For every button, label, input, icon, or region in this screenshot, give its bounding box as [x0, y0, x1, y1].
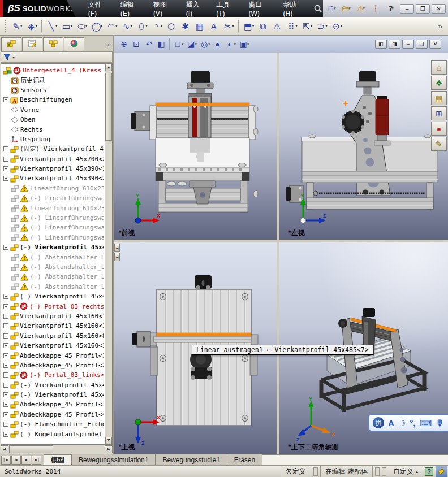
document-tab[interactable]: Bewegungsstudie1 — [156, 454, 227, 465]
menu-item[interactable]: 帮助(H) — [277, 0, 311, 17]
ime-punctuation-icon[interactable]: °, — [410, 419, 415, 427]
splitter-collapse-button[interactable]: ◀ — [114, 244, 120, 252]
search-icon[interactable] — [313, 0, 323, 17]
maximize-button[interactable]: ❐ — [416, 4, 430, 14]
dropdown-arrow[interactable]: ▾ — [36, 24, 38, 28]
expand-toggle[interactable]: + — [3, 392, 8, 397]
move-entities-icon[interactable]: ⇱▾ — [300, 20, 314, 33]
expand-toggle[interactable]: + — [3, 383, 8, 388]
linear-pattern-icon[interactable]: ⠿▾ — [285, 20, 299, 33]
close-button[interactable]: ✕ — [432, 4, 446, 14]
tree-item[interactable]: !(-) Abstandshalter_Li — [2, 272, 104, 281]
tree-item[interactable]: Ursprung — [2, 135, 104, 144]
tree-item[interactable]: !Linearführung 610x23 — [2, 203, 104, 213]
ime-keyboard-icon[interactable]: ⌨ — [419, 419, 432, 427]
tree-item[interactable]: Untergestell_4 (Kress 1 — [2, 66, 104, 75]
mirror-entities-icon[interactable]: ⧉ — [256, 20, 269, 33]
tab-scroll-button[interactable]: |◄ — [1, 456, 11, 465]
tree-filter-bar[interactable]: ▾ — [1, 51, 113, 63]
tree-horizontal-scrollbar[interactable]: ◀ ▶ — [1, 445, 113, 453]
expand-toggle[interactable]: + — [3, 333, 8, 339]
status-custom-menu[interactable]: 自定义▴ — [389, 466, 423, 477]
tree-item[interactable]: +(-) Kugelumlaufspindel — [2, 429, 104, 439]
ime-mode-icon[interactable]: A — [388, 419, 394, 427]
tab-scroll-button[interactable]: ►| — [32, 456, 41, 465]
appearances-icon[interactable]: ● — [431, 122, 447, 136]
corner-rectangle-icon[interactable]: ▭▾ — [60, 20, 74, 33]
sketch-text-icon[interactable]: A — [207, 20, 220, 33]
tree-item[interactable]: !(-) Linearführungswag — [2, 233, 104, 242]
menu-item[interactable]: 文件(F) — [83, 0, 115, 17]
tree-item[interactable]: +Abdeckkappe_45 Profil<3 — [2, 400, 104, 409]
expand-toggle[interactable]: + — [3, 353, 8, 358]
expand-toggle[interactable]: + — [3, 372, 8, 378]
menu-item[interactable]: 编辑(E) — [115, 0, 148, 17]
expand-toggle[interactable]: + — [3, 304, 8, 309]
tree-item[interactable]: !(-) Linearführungswag — [2, 223, 104, 232]
instant2d-icon[interactable]: ⊙▾ — [330, 20, 344, 33]
expand-toggle[interactable]: + — [3, 402, 8, 407]
scroll-right-button[interactable]: ▶ — [105, 445, 113, 453]
tree-item[interactable]: !(-) Abstandshalter_Li — [2, 262, 104, 272]
section-view-icon[interactable]: ◧ — [155, 39, 167, 49]
view-palette-icon[interactable]: ⊞ — [431, 106, 447, 120]
dropdown-arrow[interactable]: ▾ — [311, 24, 313, 28]
tree-item[interactable]: Rechts — [2, 124, 104, 134]
tree-item[interactable]: !Linearführung 610x23 — [2, 184, 104, 193]
tree-item[interactable]: +Abdeckkappe_45 Profil<1 — [2, 350, 104, 360]
new-document-icon[interactable]: 🗋▾ — [325, 3, 338, 14]
tree-item[interactable]: +Vierkantprofil 45x160<12 — [2, 311, 104, 321]
toolbar-overflow-chevron[interactable]: » — [438, 22, 446, 31]
tree-item[interactable]: +(-) Vierkantprofil 45x4 — [2, 242, 104, 252]
scroll-up-button[interactable]: ▲ — [105, 64, 112, 71]
dropdown-arrow[interactable]: ▾ — [334, 6, 336, 11]
sketch-fillet-icon[interactable]: ◝▾ — [150, 20, 164, 33]
ime-logo-icon[interactable]: 拼 — [373, 417, 384, 428]
tree-item[interactable]: +(-) Vierkantprofil 45x4 — [2, 390, 104, 400]
dropdown-arrow[interactable]: ▾ — [101, 24, 103, 28]
expand-toggle[interactable]: + — [3, 97, 8, 102]
tree-item[interactable]: !(-) Linearführungswag — [2, 213, 104, 223]
viewport-splitter-buttons[interactable]: ◀ ◀ — [114, 244, 120, 261]
tree-item[interactable]: Vorne — [2, 105, 104, 115]
expand-toggle[interactable]: + — [3, 432, 8, 437]
display-style-icon[interactable]: ◪▾ — [185, 39, 199, 49]
expand-toggle[interactable]: + — [3, 166, 8, 171]
minimize-button[interactable]: – — [400, 4, 414, 14]
tree-item[interactable]: +Vierkantprofil 45x160<1 — [2, 341, 104, 350]
hide-show-items-icon[interactable]: ◎▾ — [198, 39, 212, 49]
tree-item[interactable]: !(-) Abstandshalter_Li — [2, 252, 104, 262]
child-close-button[interactable]: ✕ — [429, 40, 441, 49]
zoom-fit-icon[interactable]: ⊕ — [118, 39, 130, 49]
view-orientation-icon[interactable]: □▾ — [171, 39, 185, 49]
tree-item[interactable]: +Vierkantprofil 45x160<8 — [2, 331, 104, 341]
view-settings-icon[interactable]: ▣▾ — [237, 39, 251, 49]
smart-dimension-icon[interactable]: ◈▾ — [25, 20, 39, 33]
polygon-icon[interactable]: ⬡ — [165, 20, 178, 33]
point-icon[interactable]: ✱ — [179, 20, 192, 33]
menu-item[interactable]: 视图(V) — [148, 0, 180, 17]
dropdown-arrow[interactable]: ▾ — [341, 24, 343, 28]
document-tab[interactable]: Bewegungssimulation1 — [72, 454, 156, 465]
toolbar-grip[interactable] — [5, 20, 7, 32]
dropdown-arrow[interactable]: ▾ — [145, 24, 148, 28]
dropdown-arrow[interactable]: ▾ — [363, 6, 365, 11]
dropdown-arrow[interactable]: ▾ — [325, 24, 328, 28]
dropdown-arrow[interactable]: ▾ — [232, 24, 234, 28]
dropdown-arrow[interactable]: ▾ — [20, 24, 23, 28]
splitter-collapse-button[interactable]: ◀ — [114, 253, 120, 261]
expand-toggle[interactable]: + — [3, 363, 8, 368]
dropdown-arrow[interactable]: ▾ — [55, 24, 58, 28]
tree-item[interactable]: +(-) Flanschmutter_Eiche — [2, 419, 104, 429]
configurationmanager-tab[interactable] — [43, 37, 63, 51]
tree-item[interactable]: +Vierkantprofil 45x700<2 — [2, 154, 104, 164]
file-explorer-icon[interactable]: ▤ — [431, 91, 447, 105]
tree-item[interactable]: +(-) Vierkantprofil 45x4 — [2, 380, 104, 390]
tree-item[interactable]: Sensors — [2, 85, 104, 95]
convert-entities-icon[interactable]: ▦ — [193, 20, 206, 33]
previous-view-icon[interactable]: ↶ — [143, 39, 155, 49]
ime-fullwidth-icon[interactable]: ☽ — [398, 419, 406, 427]
document-tab[interactable]: Fräsen — [227, 454, 262, 465]
dropdown-arrow[interactable]: ▾ — [195, 42, 197, 46]
dropdown-arrow[interactable]: ▾ — [252, 24, 255, 28]
